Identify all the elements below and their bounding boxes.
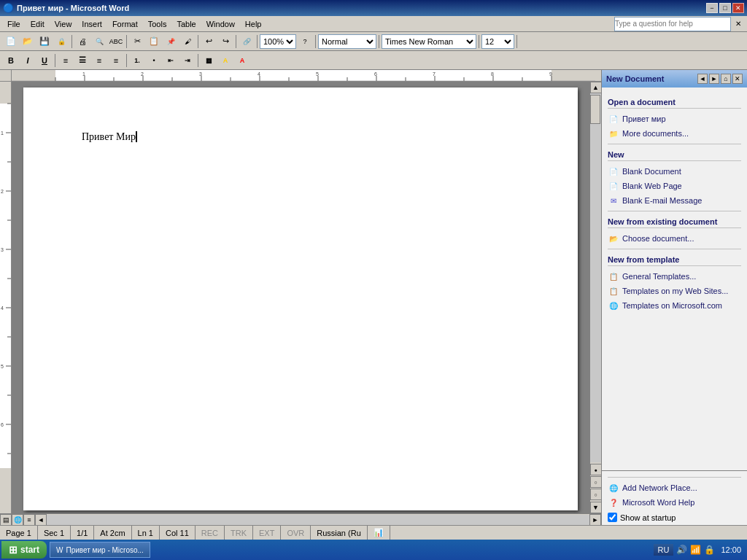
- ask-question-input[interactable]: [614, 17, 731, 31]
- panel-forward-btn[interactable]: ►: [709, 74, 719, 84]
- scroll-up-btn[interactable]: ▲: [590, 82, 602, 93]
- general-templates-link[interactable]: 📋 General Templates...: [608, 269, 741, 284]
- menu-help[interactable]: Help: [241, 18, 266, 30]
- status-lang-text: Russian (Ru: [317, 529, 361, 537]
- horizontal-scrollbar[interactable]: ▤ 🌐 ≡ ◄ ►: [0, 513, 601, 525]
- align-right-btn[interactable]: ≡: [91, 52, 107, 69]
- general-templates-label: General Templates...: [622, 272, 696, 281]
- choose-doc-label: Choose document...: [622, 234, 694, 243]
- status-col-text: Col 11: [166, 529, 189, 537]
- panel-home-btn[interactable]: ⌂: [721, 74, 731, 84]
- scroll-view3-btn[interactable]: ○: [590, 489, 602, 500]
- scroll-down-btn[interactable]: ▼: [590, 502, 602, 513]
- panel-header: New Document ◄ ► ⌂ ✕: [602, 70, 747, 88]
- scroll-view2-btn[interactable]: ○: [590, 476, 602, 488]
- word-help-link[interactable]: ❓ Microsoft Word Help: [608, 495, 741, 510]
- svg-text:3: 3: [199, 71, 202, 77]
- my-web-templates-icon: 📋: [608, 285, 619, 297]
- blank-email-link[interactable]: ✉ Blank E-mail Message: [608, 193, 741, 208]
- bold-btn[interactable]: B: [3, 52, 19, 69]
- help-close-icon[interactable]: ✕: [735, 20, 741, 28]
- ms-templates-link[interactable]: 🌐 Templates on Microsoft.com: [608, 298, 741, 313]
- redo-btn[interactable]: ↪: [217, 34, 233, 50]
- status-rec: REC: [196, 526, 225, 540]
- fontcolor-btn[interactable]: A: [234, 52, 250, 69]
- justify-btn[interactable]: ≡: [108, 52, 124, 69]
- status-pos-text: 1/1: [77, 529, 88, 537]
- view-web-btn[interactable]: 🌐: [12, 514, 23, 526]
- blank-doc-link[interactable]: 📄 Blank Document: [608, 164, 741, 179]
- view-outline-btn[interactable]: ≡: [23, 514, 35, 526]
- bullets-btn[interactable]: •: [146, 52, 162, 69]
- status-rec-text: REC: [201, 529, 218, 537]
- zoom-select[interactable]: 100%: [260, 34, 296, 49]
- add-network-label: Add Network Place...: [622, 483, 697, 492]
- menu-window[interactable]: Window: [202, 18, 239, 30]
- maximize-button[interactable]: □: [719, 3, 731, 13]
- undo-btn[interactable]: ↩: [201, 34, 217, 50]
- document-text[interactable]: Привет Мир: [82, 131, 519, 143]
- svg-text:2: 2: [141, 71, 144, 77]
- cut-btn[interactable]: ✂: [129, 34, 145, 50]
- copy-btn[interactable]: 📋: [146, 34, 162, 50]
- highlight-btn[interactable]: A: [217, 52, 233, 69]
- vertical-scrollbar[interactable]: ▲ ● ○ ○ ▼: [589, 82, 601, 513]
- panel-close-btn[interactable]: ✕: [732, 74, 743, 84]
- blank-web-link[interactable]: 📄 Blank Web Page: [608, 179, 741, 193]
- paste-btn[interactable]: 📌: [163, 34, 179, 50]
- choose-doc-link[interactable]: 📂 Choose document...: [608, 231, 741, 246]
- language-indicator[interactable]: RU: [654, 544, 674, 556]
- menu-tools[interactable]: Tools: [144, 18, 171, 30]
- panel-back-btn[interactable]: ◄: [697, 74, 708, 84]
- italic-btn[interactable]: I: [20, 52, 36, 69]
- close-button[interactable]: ✕: [732, 3, 744, 13]
- start-button[interactable]: ⊞ start: [1, 541, 47, 559]
- wordcount-icon: 📊: [374, 528, 384, 537]
- style-select[interactable]: Normal: [318, 34, 376, 49]
- recent-doc-link[interactable]: 📄 Привет мир: [608, 112, 741, 126]
- zoom-help-btn[interactable]: ?: [297, 34, 313, 50]
- status-wordcount: 📊: [368, 526, 390, 540]
- font-select[interactable]: Times New Roman: [382, 34, 476, 49]
- divider-3: [608, 249, 741, 249]
- align-left-btn[interactable]: ≡: [58, 52, 74, 69]
- template-section-title: New from template: [608, 255, 741, 266]
- increase-indent-btn[interactable]: ⇥: [179, 52, 196, 69]
- scroll-left-btn[interactable]: ◄: [35, 514, 47, 526]
- spellcheck-btn[interactable]: ABC: [108, 34, 124, 50]
- svg-text:7: 7: [433, 71, 436, 77]
- document-area[interactable]: Привет Мир: [12, 82, 589, 513]
- scroll-thumb[interactable]: [590, 95, 600, 124]
- open-btn[interactable]: 📂: [20, 34, 36, 50]
- minimize-button[interactable]: −: [706, 3, 718, 13]
- view-normal-btn[interactable]: ▤: [0, 514, 12, 526]
- formatpaint-btn[interactable]: 🖌: [179, 34, 196, 50]
- scroll-right-btn[interactable]: ►: [589, 514, 601, 526]
- menu-format[interactable]: Format: [108, 18, 142, 30]
- menu-view[interactable]: View: [50, 18, 77, 30]
- taskbar-word-app[interactable]: W Привет мир - Microso...: [50, 542, 150, 558]
- status-col: Col 11: [160, 526, 196, 540]
- new-btn[interactable]: 📄: [3, 34, 19, 50]
- menu-table[interactable]: Table: [172, 18, 200, 30]
- hyperlink-btn[interactable]: 🔗: [239, 34, 255, 50]
- add-network-link[interactable]: 🌐 Add Network Place...: [608, 481, 741, 495]
- underline-btn[interactable]: U: [36, 52, 53, 69]
- permission-btn[interactable]: 🔒: [53, 34, 69, 50]
- menu-insert[interactable]: Insert: [77, 18, 107, 30]
- decrease-indent-btn[interactable]: ⇤: [163, 52, 179, 69]
- show-startup-checkbox[interactable]: [608, 513, 617, 522]
- print-btn[interactable]: 🖨: [74, 34, 90, 50]
- border-btn[interactable]: ▦: [201, 52, 217, 69]
- scroll-view1-btn[interactable]: ●: [590, 464, 602, 475]
- title-text: 🔵 Привет мир - Microsoft Word: [3, 3, 129, 13]
- printpreview-btn[interactable]: 🔍: [91, 34, 107, 50]
- more-docs-link[interactable]: 📁 More documents...: [608, 126, 741, 141]
- save-btn[interactable]: 💾: [36, 34, 53, 50]
- size-select[interactable]: 12: [481, 34, 514, 49]
- numbering-btn[interactable]: 1.: [129, 52, 145, 69]
- menu-edit[interactable]: Edit: [26, 18, 49, 30]
- menu-file[interactable]: File: [3, 18, 25, 30]
- my-web-templates-link[interactable]: 📋 Templates on my Web Sites...: [608, 284, 741, 298]
- align-center-btn[interactable]: ☰: [74, 52, 90, 69]
